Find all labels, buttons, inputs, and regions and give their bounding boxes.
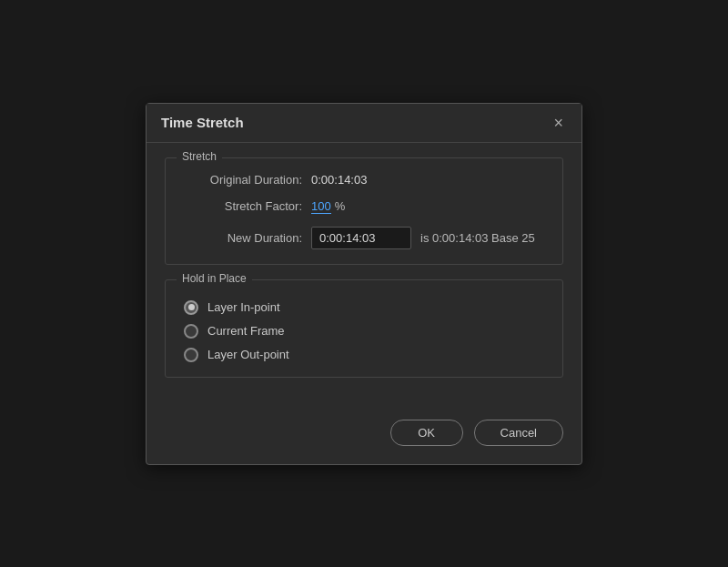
new-duration-label: New Duration:: [184, 231, 302, 245]
hold-section-label: Hold in Place: [177, 272, 252, 285]
dialog-content: Stretch Original Duration: 0:00:14:03 St…: [147, 143, 581, 410]
radio-layer-in-label: Layer In-point: [207, 300, 280, 314]
original-duration-value: 0:00:14:03: [311, 173, 367, 187]
new-duration-row: New Duration: is 0:00:14:03 Base 25: [184, 227, 544, 249]
ok-button[interactable]: OK: [390, 420, 463, 446]
stretch-factor-row: Stretch Factor: 100 %: [184, 199, 544, 214]
radio-current-frame-indicator: [184, 324, 198, 339]
close-button[interactable]: ×: [550, 115, 567, 131]
radio-layer-in-indicator: [184, 300, 198, 315]
new-duration-input[interactable]: [311, 227, 411, 249]
radio-layer-out[interactable]: Layer Out-point: [184, 348, 544, 362]
hold-in-place-section: Hold in Place Layer In-point Current Fra…: [165, 279, 563, 378]
dialog-titlebar: Time Stretch ×: [147, 104, 581, 143]
stretch-section: Stretch Original Duration: 0:00:14:03 St…: [165, 157, 563, 265]
stretch-factor-input[interactable]: 100: [311, 199, 331, 214]
radio-layer-out-indicator: [184, 348, 198, 362]
radio-group: Layer In-point Current Frame Layer Out-p…: [184, 295, 544, 362]
stretch-factor-unit: %: [335, 199, 346, 213]
radio-layer-out-label: Layer Out-point: [207, 348, 289, 361]
radio-layer-in[interactable]: Layer In-point: [184, 300, 544, 315]
dialog-title: Time Stretch: [161, 115, 244, 130]
stretch-section-label: Stretch: [177, 150, 222, 163]
original-duration-row: Original Duration: 0:00:14:03: [184, 173, 544, 187]
original-duration-label: Original Duration:: [184, 173, 302, 187]
time-stretch-dialog: Time Stretch × Stretch Original Duration…: [146, 103, 582, 465]
radio-current-frame-label: Current Frame: [207, 324, 285, 338]
dialog-footer: OK Cancel: [147, 410, 581, 464]
cancel-button[interactable]: Cancel: [474, 420, 563, 446]
new-duration-extra: is 0:00:14:03 Base 25: [420, 231, 535, 245]
stretch-factor-label: Stretch Factor:: [184, 199, 302, 213]
radio-current-frame[interactable]: Current Frame: [184, 324, 544, 339]
